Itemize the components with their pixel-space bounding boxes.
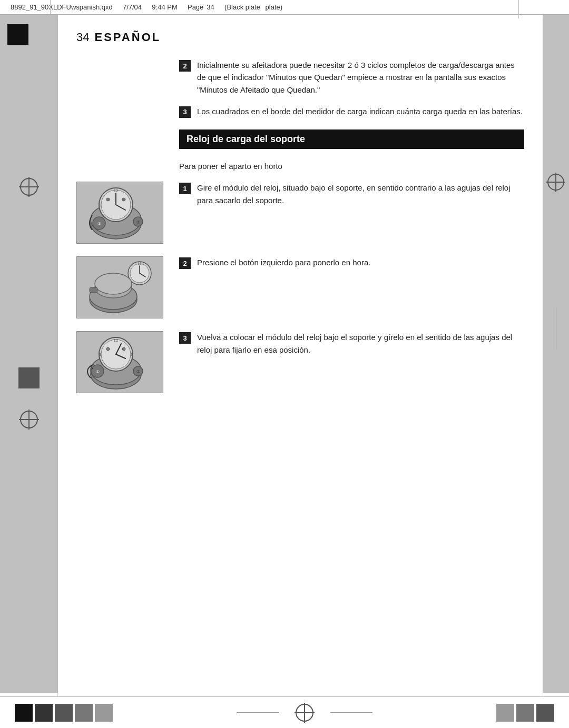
svg-text:9: 9 <box>99 203 102 207</box>
header-bar: 8892_91_90XLDFUwspanish.qxd 7/7/04 9:44 … <box>0 0 569 15</box>
top-mark-right <box>518 0 519 18</box>
page-title-row: 34 ESPAÑOL <box>76 31 524 44</box>
svg-point-41 <box>122 347 125 351</box>
svg-text:①: ① <box>97 222 101 226</box>
image3-box: 12 3 9 ② ① <box>76 331 174 393</box>
device-image-1: 12 3 9 ② ① <box>76 182 163 244</box>
page-body: 34 ESPAÑOL 2 Inicialmente su afeitadora … <box>0 15 569 693</box>
intro-text: Para poner el aparto en horto <box>174 161 524 173</box>
row1: 12 3 9 ② ① <box>76 182 524 244</box>
step3-text-area: 3 Vuelva a colocar el módulo del reloj b… <box>174 331 524 356</box>
device-image-2: 12 <box>76 256 163 318</box>
step2-text: Inicialmente su afeitadora puede necesit… <box>197 59 524 96</box>
section1-container: 2 Inicialmente su afeitadora puede neces… <box>76 59 524 118</box>
crosshair-top-icon <box>19 177 39 197</box>
device-svg-2: 12 <box>79 258 161 316</box>
svg-point-29 <box>95 273 132 294</box>
svg-point-15 <box>106 198 110 201</box>
svg-rect-30 <box>90 287 97 293</box>
section-banner: Reloj de carga del soporte <box>179 129 524 149</box>
s2-step1-text: Gire el módulo del reloj, situado bajo e… <box>197 182 524 206</box>
step2-text-area: 2 Presione el botón izquierdo para poner… <box>174 256 524 269</box>
svg-text:②: ② <box>136 370 140 374</box>
page-number: 34 <box>207 3 214 11</box>
bottom-center-marks <box>237 703 372 723</box>
bottom-block-3 <box>55 704 73 722</box>
device-svg-1: 12 3 9 ② ① <box>79 184 161 242</box>
device-image-3: 12 3 9 ② ① <box>76 331 163 393</box>
svg-text:12: 12 <box>114 188 119 193</box>
bottom-block-1 <box>15 704 33 722</box>
s2-step2-text: Presione el botón izquierdo para ponerlo… <box>197 256 370 268</box>
svg-point-40 <box>106 347 110 351</box>
bottom-right-marks <box>496 704 569 722</box>
plate-text: plate) <box>263 3 282 11</box>
step1-text-area: 1 Gire el módulo del reloj, situado bajo… <box>174 182 524 206</box>
separator1 <box>116 3 120 11</box>
crosshair-bottom-icon <box>19 410 39 430</box>
right-trim-line <box>556 307 556 350</box>
right-crosshair-icon <box>546 173 565 192</box>
bottom-crosshair-icon <box>295 703 315 723</box>
step3-text: Los cuadrados en el borde del medidor de… <box>197 105 523 117</box>
bottom-left-marks <box>0 704 113 722</box>
s2-step3-text: Vuelva a colocar el módulo del reloj baj… <box>197 331 524 356</box>
step2-number: 2 <box>179 60 191 72</box>
s2-step3-block: 3 Vuelva a colocar el módulo del reloj b… <box>179 331 524 356</box>
time-label: 9:44 PM <box>152 3 177 11</box>
section1-text-col: 2 Inicialmente su afeitadora puede neces… <box>174 59 524 118</box>
bottom-block-4 <box>75 704 93 722</box>
left-trim-line <box>57 18 58 696</box>
s2-step3-number: 3 <box>179 332 191 344</box>
bottom-block-r3 <box>536 704 554 722</box>
svg-text:12: 12 <box>138 262 142 265</box>
svg-text:②: ② <box>136 220 140 225</box>
row3: 12 3 9 ② ① <box>76 331 524 393</box>
banner-spacer <box>76 129 174 149</box>
row2: 12 2 Presione el botón izquierdo para po… <box>76 256 524 318</box>
intro-spacer <box>76 161 174 173</box>
separator2 <box>145 3 149 11</box>
svg-point-16 <box>122 198 125 201</box>
bottom-line-left <box>237 712 279 713</box>
right-sidebar <box>543 15 569 693</box>
left-reg-bottom <box>19 410 39 432</box>
page-label: Page <box>188 3 203 11</box>
s2-step1-number: 1 <box>179 183 191 194</box>
image1-box: 12 3 9 ② ① <box>76 182 174 244</box>
date-label: 7/7/04 <box>123 3 142 11</box>
main-content: 34 ESPAÑOL 2 Inicialmente su afeitadora … <box>58 15 543 693</box>
left-reg-top <box>19 177 39 199</box>
step3-block: 3 Los cuadrados en el borde del medidor … <box>179 105 524 118</box>
intro-row: Para poner el aparto en horto <box>76 161 524 173</box>
plate-label: (Black plate <box>224 3 260 11</box>
step3-number: 3 <box>179 106 191 118</box>
separator3 <box>181 3 184 11</box>
bottom-bar <box>0 696 569 728</box>
banner-row: Reloj de carga del soporte <box>76 129 524 149</box>
page-number-display: 34 <box>76 31 89 44</box>
section1-image-spacer <box>76 59 174 118</box>
device-svg-3: 12 3 9 ② ① <box>79 333 161 391</box>
bottom-line-right <box>330 712 372 713</box>
black-square <box>7 24 28 45</box>
separator4 <box>218 3 221 11</box>
s2-step1-block: 1 Gire el módulo del reloj, situado bajo… <box>179 182 524 206</box>
bottom-block-5 <box>95 704 113 722</box>
filename-label: 8892_91_90XLDFUwspanish.qxd <box>11 3 113 11</box>
right-trim-line-outer <box>543 18 543 696</box>
image2-box: 12 <box>76 256 174 318</box>
bottom-block-r1 <box>496 704 514 722</box>
svg-text:3: 3 <box>131 352 133 357</box>
language-title: ESPAÑOL <box>94 31 161 44</box>
svg-text:12: 12 <box>114 338 119 343</box>
svg-text:9: 9 <box>99 352 102 357</box>
step2-block: 2 Inicialmente su afeitadora puede neces… <box>179 59 524 96</box>
svg-text:①: ① <box>96 370 100 374</box>
s2-step2-number: 2 <box>179 257 191 269</box>
gray-square <box>18 367 40 388</box>
svg-text:3: 3 <box>131 203 133 207</box>
left-sidebar <box>0 15 58 693</box>
bottom-block-2 <box>35 704 53 722</box>
s2-step2-block: 2 Presione el botón izquierdo para poner… <box>179 256 524 269</box>
